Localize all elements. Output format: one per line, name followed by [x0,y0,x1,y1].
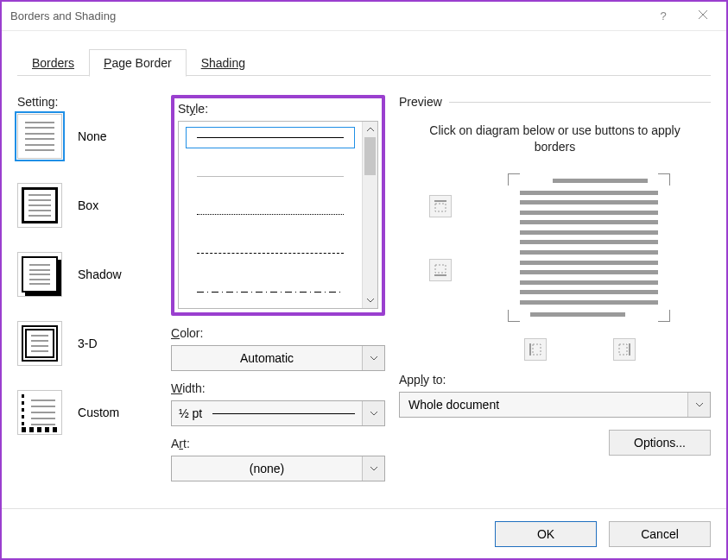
tab-shading-label: Shading [201,56,245,70]
preview-hint: Click on diagram below or use buttons to… [399,114,711,166]
tab-borders-label: Borders [32,56,74,70]
style-solid[interactable] [186,127,355,148]
style-dashed[interactable] [186,242,355,264]
options-button[interactable]: Options... [609,430,711,456]
setting-3d-icon [17,321,62,366]
style-thin[interactable] [186,166,355,187]
chevron-down-icon [362,456,384,481]
style-dashdot[interactable] [186,281,355,303]
svg-rect-4 [435,265,446,273]
width-value: ½ pt [179,406,202,420]
width-sample-line [212,413,355,414]
dialog-footer: OK Cancel [2,508,726,558]
style-list[interactable] [178,121,378,309]
setting-3d[interactable]: 3-D [17,321,161,366]
border-top-button[interactable] [429,195,452,217]
help-button[interactable]: ? [643,3,683,30]
chevron-down-icon [362,346,384,370]
svg-rect-8 [619,344,627,355]
dialog-borders-and-shading: Borders and Shading ? Borders Page Borde… [0,0,728,560]
setting-shadow-icon [17,252,62,297]
preview-column: Preview Click on diagram below or use bu… [396,95,711,505]
apply-to-combo[interactable]: Whole document [399,392,711,418]
setting-custom-icon [17,390,62,435]
border-right-button[interactable] [613,338,636,361]
tab-bar: Borders Page Border Shading [17,47,711,76]
tab-shading[interactable]: Shading [187,49,260,76]
border-bottom-button[interactable] [429,259,452,281]
close-button[interactable] [683,3,723,30]
ok-button[interactable]: OK [495,521,597,547]
preview-stage [399,166,711,347]
setting-shadow[interactable]: Shadow [17,252,161,297]
tab-borders[interactable]: Borders [17,49,89,76]
setting-none-icon [17,114,62,159]
cancel-label: Cancel [641,527,679,541]
window-title: Borders and Shading [10,9,116,22]
setting-box-icon [17,183,62,228]
style-highlight-box: Style: [171,95,385,316]
help-icon: ? [660,9,666,22]
cancel-button[interactable]: Cancel [609,521,711,547]
preview-page[interactable] [511,179,667,317]
scroll-up-icon[interactable] [363,122,377,137]
chevron-down-icon [687,393,710,417]
svg-rect-3 [435,204,446,211]
style-column: Style: [171,95,385,505]
tab-page-border[interactable]: Page Border [89,49,187,77]
setting-box[interactable]: Box [17,183,161,228]
chevron-down-icon [362,401,384,425]
style-scrollbar[interactable] [362,122,377,308]
setting-custom[interactable]: Custom [17,390,161,435]
svg-rect-7 [533,344,541,355]
art-value: (none) [172,462,362,475]
border-left-button[interactable] [524,338,547,361]
art-combo[interactable]: (none) [171,456,385,481]
color-combo[interactable]: Automatic [171,345,385,371]
setting-label: Setting: [17,95,161,109]
dialog-content: Borders Page Border Shading Setting: Non… [2,31,726,508]
width-combo[interactable]: ½ pt [171,400,385,426]
setting-column: Setting: None Box [17,95,161,505]
style-dotted[interactable] [186,204,355,226]
preview-label: Preview [399,95,442,109]
scroll-thumb[interactable] [364,137,376,175]
ok-label: OK [537,527,554,541]
titlebar: Borders and Shading ? [2,2,726,31]
color-value: Automatic [172,351,362,365]
apply-to-value: Whole document [400,398,687,412]
close-icon [698,9,708,22]
style-label: Style: [178,102,208,116]
scroll-down-icon[interactable] [363,293,377,308]
setting-none[interactable]: None [17,114,161,159]
